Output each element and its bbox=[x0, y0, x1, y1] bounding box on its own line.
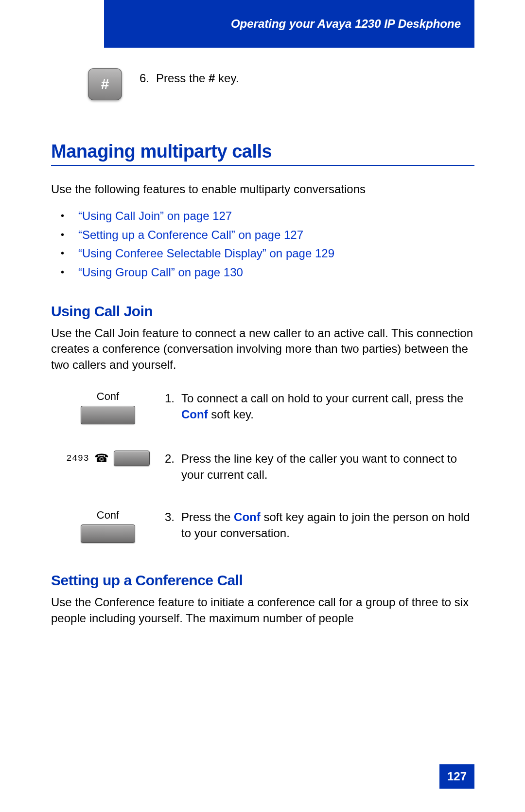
xref-link[interactable]: “Using Call Join” on page 127 bbox=[56, 207, 474, 225]
step-6-post: key. bbox=[215, 72, 239, 85]
hash-glyph: # bbox=[101, 76, 109, 92]
step-2-body: Press the line key of the caller you wan… bbox=[181, 451, 474, 483]
step-row-1: Conf 1. To connect a call on hold to you… bbox=[51, 390, 474, 424]
step-1-pre: To connect a call on hold to your curren… bbox=[181, 392, 463, 405]
step-6-pre: Press the bbox=[156, 72, 209, 85]
step-1-post: soft key. bbox=[208, 408, 254, 421]
line-button-icon bbox=[114, 451, 150, 466]
subheading-call-join: Using Call Join bbox=[51, 303, 474, 320]
call-join-steps: Conf 1. To connect a call on hold to you… bbox=[51, 390, 474, 543]
line-extension: 2493 bbox=[66, 453, 89, 463]
page-number: 127 bbox=[439, 764, 474, 789]
main-heading: Managing multiparty calls bbox=[51, 141, 474, 162]
conf-softkey-label: Conf bbox=[51, 509, 165, 522]
subheading-conference: Setting up a Conference Call bbox=[51, 572, 474, 589]
step-row-3: Conf 3. Press the Conf soft key again to… bbox=[51, 509, 474, 543]
phone-icon: ☎ bbox=[94, 452, 109, 464]
step-1-number: 1. bbox=[165, 390, 175, 422]
step-3-text: 3. Press the Conf soft key again to join… bbox=[165, 509, 474, 541]
softkey-button-icon bbox=[81, 406, 135, 424]
xref-list: “Using Call Join” on page 127 “Setting u… bbox=[56, 207, 474, 282]
step-3-icon-col: Conf bbox=[51, 509, 165, 543]
step-6-row: # 6. Press the # key. bbox=[88, 68, 474, 100]
intro-paragraph: Use the following features to enable mul… bbox=[51, 181, 474, 197]
call-join-body: Use the Call Join feature to connect a n… bbox=[51, 325, 474, 373]
xref-link[interactable]: “Using Group Call” on page 130 bbox=[56, 263, 474, 282]
hash-key-icon: # bbox=[88, 68, 122, 100]
step-row-2: 2493 ☎ 2. Press the line key of the call… bbox=[51, 451, 474, 483]
conference-body: Use the Conference feature to initiate a… bbox=[51, 595, 474, 626]
step-1-body: To connect a call on hold to your curren… bbox=[181, 390, 474, 422]
step-3-body: Press the Conf soft key again to join th… bbox=[181, 509, 474, 541]
step-2-number: 2. bbox=[165, 451, 175, 483]
step-2-icon-col: 2493 ☎ bbox=[51, 451, 165, 466]
step-6-number: 6. bbox=[140, 70, 149, 87]
step-1-text: 1. To connect a call on hold to your cur… bbox=[165, 390, 474, 422]
step-6-bold: # bbox=[209, 72, 215, 85]
header-title: Operating your Avaya 1230 IP Deskphone bbox=[231, 17, 461, 31]
document-page: Operating your Avaya 1230 IP Deskphone #… bbox=[0, 0, 525, 812]
header-bar: Operating your Avaya 1230 IP Deskphone bbox=[104, 0, 474, 48]
step-2-text: 2. Press the line key of the caller you … bbox=[165, 451, 474, 483]
step-3-number: 3. bbox=[165, 509, 175, 541]
xref-link[interactable]: “Setting up a Conference Call” on page 1… bbox=[56, 226, 474, 244]
softkey-button-icon bbox=[81, 524, 135, 543]
step-6-body: Press the # key. bbox=[156, 70, 239, 87]
conf-softkey-label: Conf bbox=[51, 390, 165, 403]
step-3-bold: Conf bbox=[234, 510, 261, 523]
step-1-bold: Conf bbox=[181, 408, 208, 421]
xref-link[interactable]: “Using Conferee Selectable Display” on p… bbox=[56, 244, 474, 263]
line-key-icon: 2493 ☎ bbox=[51, 451, 165, 466]
step-6-text: 6. Press the # key. bbox=[140, 70, 239, 87]
page-number-value: 127 bbox=[447, 770, 467, 783]
content-area: # 6. Press the # key. Managing multipart… bbox=[51, 68, 474, 636]
step-3-pre: Press the bbox=[181, 510, 234, 523]
heading-rule bbox=[51, 165, 474, 166]
step-1-icon-col: Conf bbox=[51, 390, 165, 424]
